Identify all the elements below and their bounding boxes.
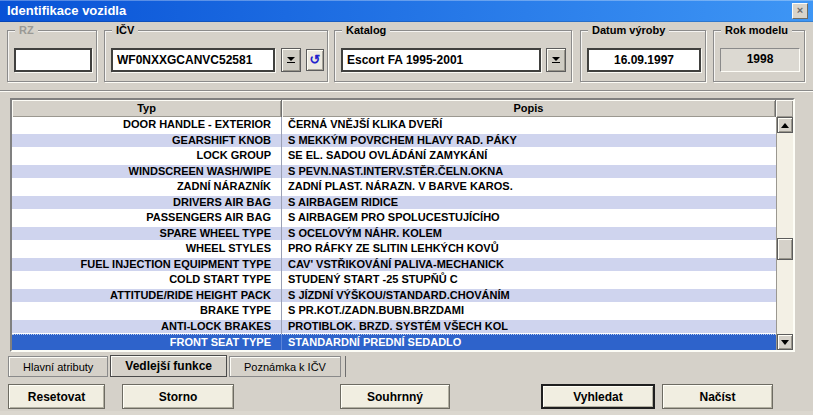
cell-popis: PRO RÁFKY ZE SLITIN LEHKÝCH KOVŮ	[282, 241, 776, 257]
table-row[interactable]: DOOR HANDLE - EXTERIORČERNÁ VNĚJŠÍ KLIKA…	[12, 117, 776, 133]
up-triangle-icon	[781, 123, 789, 128]
icv-group: IČV ↺	[104, 30, 328, 82]
cell-popis: STUDENÝ START -25 STUPŇŮ C	[282, 272, 776, 288]
katalog-input[interactable]	[341, 48, 541, 72]
cell-typ: DRIVERS AIR BAG	[12, 195, 282, 211]
header-corner	[776, 100, 793, 117]
cell-popis: S PEVN.NAST.INTERV.STĚR.ČELN.OKNA	[282, 164, 776, 180]
storno-button[interactable]: Storno	[122, 384, 234, 409]
undo-icon[interactable]: ↺	[306, 49, 324, 71]
identifikace-vozidla-dialog: Identifikace vozidla × RZ IČV ↺ Katalog …	[0, 0, 813, 415]
scrollbar-thumb[interactable]	[777, 238, 793, 260]
datum-vyroby-label: Datum výroby	[588, 23, 669, 37]
cell-popis: S AIRBAGEM PRO SPOLUCESTUJÍCÍHO	[282, 210, 776, 226]
table-row[interactable]: FRONT SEAT TYPESTANDARDNÍ PREDNÍ SEDADLO	[12, 334, 776, 350]
cell-typ: SPARE WHEEL TYPE	[12, 226, 282, 242]
datum-vyroby-input[interactable]	[587, 48, 701, 72]
icv-label: IČV	[112, 23, 138, 37]
vyhledat-button[interactable]: Vyhledat	[541, 384, 655, 409]
table-row[interactable]: WHEEL STYLESPRO RÁFKY ZE SLITIN LEHKÝCH …	[12, 241, 776, 257]
rok-modelu-label: Rok modelu	[721, 23, 792, 37]
table-row[interactable]: BRAKE TYPES PR.KOT./ZADN.BUBN.BRZDAMI	[12, 303, 776, 319]
down-triangle-icon	[781, 340, 789, 345]
cell-typ: ATTITUDE/RIDE HEIGHT PACK	[12, 288, 282, 304]
cell-popis: STANDARDNÍ PREDNÍ SEDADLO	[282, 335, 776, 350]
cell-typ: ZADNÍ NÁRAZNÍK	[12, 179, 282, 195]
cell-popis: ZADNÍ PLAST. NÁRAZN. V BARVE KAROS.	[282, 179, 776, 195]
table-row[interactable]: FUEL INJECTION EQUIPMENT TYPECAV' VSTŘIK…	[12, 257, 776, 273]
rz-input[interactable]	[14, 48, 92, 72]
katalog-label: Katalog	[342, 23, 390, 37]
tab-strip-edge	[345, 356, 346, 377]
cell-popis: S AIRBAGEM RIDICE	[282, 195, 776, 211]
cell-popis: PROTIBLOK. BRZD. SYSTÉM VŠECH KOL	[282, 319, 776, 335]
cell-typ: COLD START TYPE	[12, 272, 282, 288]
cell-typ: PASSENGERS AIR BAG	[12, 210, 282, 226]
close-icon[interactable]: ×	[792, 3, 808, 19]
table-row[interactable]: LOCK GROUPSE EL. SADOU OVLÁDÁNÍ ZAMYKÁNÍ	[12, 148, 776, 164]
window-bottom-edge	[0, 411, 813, 415]
cell-popis: S PR.KOT./ZADN.BUBN.BRZDAMI	[282, 303, 776, 319]
katalog-group: Katalog	[334, 30, 572, 82]
nacist-button[interactable]: Načíst	[662, 384, 773, 409]
souhrnny-button[interactable]: Souhrnný	[340, 384, 450, 409]
icv-dropdown-icon[interactable]	[281, 48, 301, 72]
rok-modelu-value: 1998	[720, 48, 800, 72]
rok-modelu-group: Rok modelu 1998	[713, 30, 805, 82]
table-header: Typ Popis	[12, 100, 793, 117]
table-body: DOOR HANDLE - EXTERIORČERNÁ VNĚJŠÍ KLIKA…	[12, 117, 776, 350]
scroll-up-icon[interactable]	[777, 117, 793, 133]
cell-popis: CAV' VSTŘIKOVÁNÍ PALIVA-MECHANICK	[282, 257, 776, 273]
table-row[interactable]: ATTITUDE/RIDE HEIGHT PACKS JÍZDNÍ VÝŠKOU…	[12, 288, 776, 304]
cell-popis: S OCELOVÝM NÁHR. KOLEM	[282, 226, 776, 242]
divider	[0, 90, 813, 92]
cell-typ: LOCK GROUP	[12, 148, 282, 164]
underline-bar	[552, 62, 560, 63]
cell-typ: FUEL INJECTION EQUIPMENT TYPE	[12, 257, 282, 273]
column-header-popis[interactable]: Popis	[282, 100, 776, 117]
resetovat-button[interactable]: Resetovat	[8, 384, 105, 409]
table-row[interactable]: ANTI-LOCK BRAKESPROTIBLOK. BRZD. SYSTÉM …	[12, 319, 776, 335]
tab-vedlejsi-funkce[interactable]: Vedlejší funkce	[110, 355, 227, 377]
cell-typ: FRONT SEAT TYPE	[12, 335, 282, 350]
cell-typ: BRAKE TYPE	[12, 303, 282, 319]
tab-poznamka-k-icv[interactable]: Poznámka k IČV	[229, 356, 341, 377]
column-header-typ[interactable]: Typ	[12, 100, 282, 117]
rz-label: RZ	[15, 23, 38, 37]
table-row[interactable]: WINDSCREEN WASH/WIPES PEVN.NAST.INTERV.S…	[12, 164, 776, 180]
titlebar[interactable]: Identifikace vozidla ×	[0, 0, 813, 22]
table-row[interactable]: ZADNÍ NÁRAZNÍKZADNÍ PLAST. NÁRAZN. V BAR…	[12, 179, 776, 195]
rz-group: RZ	[7, 30, 97, 82]
cell-typ: WHEEL STYLES	[12, 241, 282, 257]
cell-popis: SE EL. SADOU OVLÁDÁNÍ ZAMYKÁNÍ	[282, 148, 776, 164]
tab-strip: Hlavní atributy Vedlejší funkce Poznámka…	[8, 355, 346, 377]
cell-typ: GEARSHIFT KNOB	[12, 133, 282, 149]
cell-popis: S JÍZDNÍ VÝŠKOU/STANDARD.CHOVÁNÍM	[282, 288, 776, 304]
table-row[interactable]: SPARE WHEEL TYPES OCELOVÝM NÁHR. KOLEM	[12, 226, 776, 242]
cell-popis: S MEKKÝM POVRCHEM HLAVY RAD. PÁKY	[282, 133, 776, 149]
table-row[interactable]: COLD START TYPESTUDENÝ START -25 STUPŇŮ …	[12, 272, 776, 288]
table-row[interactable]: GEARSHIFT KNOBS MEKKÝM POVRCHEM HLAVY RA…	[12, 133, 776, 149]
table-row[interactable]: DRIVERS AIR BAGS AIRBAGEM RIDICE	[12, 195, 776, 211]
down-arrow-icon	[287, 57, 295, 61]
scroll-down-icon[interactable]	[777, 334, 793, 350]
attributes-table: Typ Popis DOOR HANDLE - EXTERIORČERNÁ VN…	[10, 98, 795, 352]
icv-input[interactable]	[111, 48, 275, 72]
down-arrow-icon	[552, 57, 560, 61]
cell-typ: ANTI-LOCK BRAKES	[12, 319, 282, 335]
underline-bar	[287, 62, 295, 63]
cell-popis: ČERNÁ VNĚJŠÍ KLIKA DVEŘÍ	[282, 117, 776, 133]
window-title: Identifikace vozidla	[7, 3, 126, 18]
katalog-dropdown-icon[interactable]	[546, 48, 566, 72]
tab-hlavni-atributy[interactable]: Hlavní atributy	[8, 356, 108, 377]
datum-vyroby-group: Datum výroby	[580, 30, 706, 82]
cell-typ: DOOR HANDLE - EXTERIOR	[12, 117, 282, 133]
cell-typ: WINDSCREEN WASH/WIPE	[12, 164, 282, 180]
table-row[interactable]: PASSENGERS AIR BAGS AIRBAGEM PRO SPOLUCE…	[12, 210, 776, 226]
vertical-scrollbar[interactable]	[776, 117, 793, 350]
